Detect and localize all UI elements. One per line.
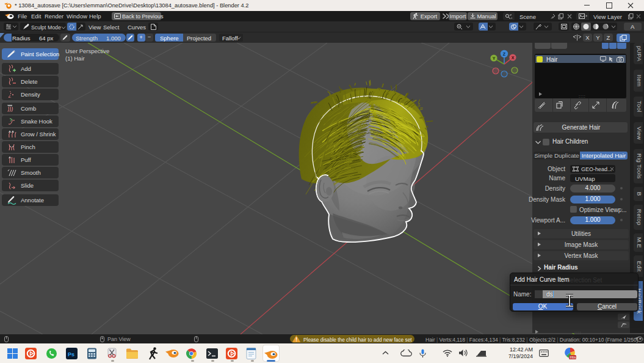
svg-text:FRA: FRA [570, 356, 577, 359]
svg-text:Y: Y [493, 56, 496, 61]
svg-text:X: X [512, 56, 515, 60]
svg-text:Ps: Ps [68, 351, 74, 358]
svg-text:Z: Z [503, 52, 506, 56]
